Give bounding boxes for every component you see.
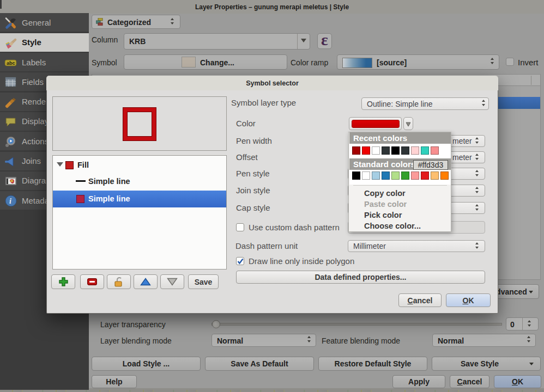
svg-text:i: i <box>9 197 11 205</box>
svg-text:abc: abc <box>7 60 15 66</box>
